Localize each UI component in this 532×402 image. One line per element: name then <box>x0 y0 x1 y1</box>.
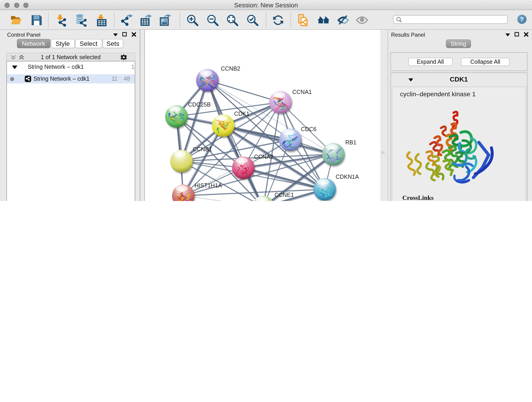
svg-text:CCNE1: CCNE1 <box>274 191 294 198</box>
svg-text:HIST1H1A: HIST1H1A <box>195 182 222 189</box>
svg-text:CCNB2: CCNB2 <box>221 65 240 72</box>
svg-text:CCNB1: CCNB1 <box>193 146 212 153</box>
svg-text:CDK1: CDK1 <box>234 110 249 117</box>
svg-text:CCNA1: CCNA1 <box>292 89 312 95</box>
svg-text:RB1: RB1 <box>345 139 356 146</box>
svg-text:CDKN1A: CDKN1A <box>336 173 359 180</box>
svg-text:CDC25B: CDC25B <box>188 101 211 108</box>
svg-text:CCNA2: CCNA2 <box>254 153 273 160</box>
svg-text:CDC6: CDC6 <box>301 126 317 132</box>
